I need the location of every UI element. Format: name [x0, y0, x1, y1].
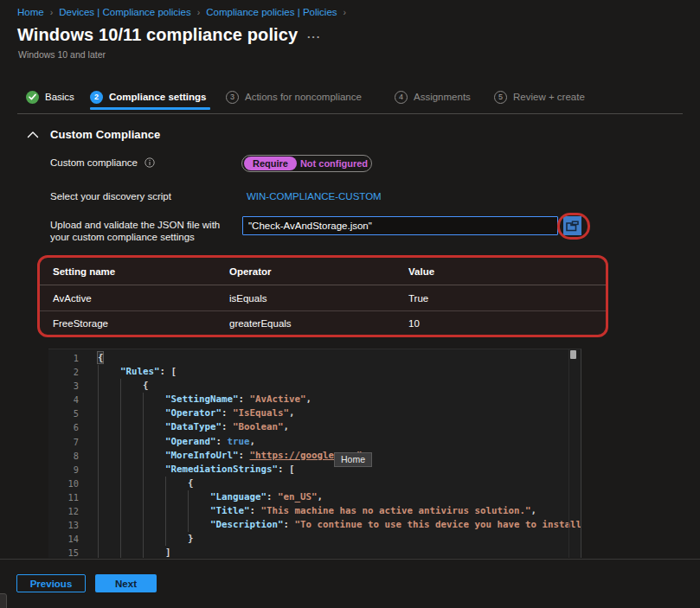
tabs-divider: [17, 113, 683, 114]
upload-json-input[interactable]: [242, 216, 558, 235]
code-line: 11 "Language": "en_US",: [48, 490, 581, 504]
next-button[interactable]: Next: [95, 574, 157, 592]
page-subtitle: Windows 10 and later: [18, 49, 106, 60]
column-operator: Operator: [229, 266, 408, 277]
column-setting-name: Setting name: [53, 266, 229, 277]
browse-file-button[interactable]: [563, 216, 581, 235]
code-line: 3 {: [48, 379, 581, 393]
breadcrumb-separator: ›: [197, 7, 201, 17]
breadcrumb-link-compliance-policies-policies[interactable]: Compliance policies | Policies: [206, 7, 337, 17]
section-custom-compliance-header[interactable]: Custom Compliance: [27, 128, 160, 141]
step-label: Basics: [45, 92, 74, 102]
custom-compliance-toggle[interactable]: Require Not configured: [241, 155, 372, 172]
step-basics[interactable]: Basics: [26, 87, 74, 106]
step-number: 4: [395, 91, 408, 104]
link-tooltip: Home: [334, 452, 372, 467]
discovery-script-link[interactable]: WIN-COMPLIANCE-CUSTOM: [247, 191, 382, 202]
minimap-divider: [568, 349, 569, 558]
toggle-option-require[interactable]: Require: [244, 157, 297, 170]
step-label: Review + create: [513, 92, 585, 102]
code-line: 14 }: [48, 532, 581, 546]
table-header-row: Setting name Operator Value: [40, 258, 606, 285]
code-line: 15 ]: [48, 546, 581, 558]
code-line: 8 "MoreInfoUrl": "https://google.com",: [48, 449, 581, 463]
page-title: Windows 10/11 compliance policy: [17, 25, 298, 45]
code-line: 7 "Operand": true,: [48, 435, 581, 449]
code-lines: 1{2 "Rules": [3 {4 "SettingName": "AvAct…: [48, 351, 581, 558]
code-line: 13 "Description": "To continue to use th…: [48, 518, 581, 532]
discovery-script-label: Select your discovery script: [50, 191, 171, 202]
step-compliance-settings[interactable]: 2 Compliance settings: [90, 87, 206, 106]
code-line: 5 "Operator": "IsEquals",: [48, 406, 581, 420]
active-step-underline: [90, 107, 210, 110]
table-row: FreeStorage greaterEquals 10: [40, 311, 606, 335]
step-number: 3: [226, 91, 239, 104]
folder-icon: [566, 221, 579, 232]
step-number: 2: [90, 91, 103, 104]
step-label: Assignments: [414, 92, 471, 102]
code-line: 9 "RemediationStrings": [: [48, 463, 581, 477]
step-number: 5: [494, 91, 507, 104]
breadcrumb-separator: ›: [50, 7, 54, 17]
code-line: 4 "SettingName": "AvActive",: [48, 393, 581, 406]
info-icon[interactable]: [144, 157, 155, 168]
compliance-settings-table: Setting name Operator Value AvActive isE…: [40, 258, 606, 335]
code-line: 12 "Title": "This machine has no active …: [48, 504, 581, 518]
step-review-create[interactable]: 5 Review + create: [494, 87, 585, 106]
code-line: 1{: [48, 351, 581, 365]
section-title: Custom Compliance: [50, 128, 160, 141]
code-line: 10 {: [48, 477, 581, 490]
step-label: Compliance settings: [109, 92, 206, 102]
step-actions-for-noncompliance[interactable]: 3 Actions for noncompliance: [226, 87, 362, 106]
breadcrumb: Home › Devices | Compliance policies › C…: [17, 7, 352, 17]
code-line: 6 "DataType": "Boolean",: [48, 420, 581, 434]
corner-notch: [0, 593, 7, 608]
minimap[interactable]: [570, 350, 576, 359]
more-menu-icon[interactable]: ···: [307, 30, 321, 43]
breadcrumb-link-home[interactable]: Home: [17, 7, 44, 17]
custom-compliance-label: Custom compliance: [50, 157, 138, 168]
code-line: 2 "Rules": [: [48, 365, 581, 379]
collapse-chevron-icon[interactable]: [27, 131, 39, 138]
table-row: AvActive isEquals True: [40, 285, 606, 311]
step-label: Actions for noncompliance: [245, 92, 362, 102]
step-assignments[interactable]: 4 Assignments: [395, 87, 471, 106]
footer-divider: [0, 559, 700, 560]
json-code-editor[interactable]: 1{2 "Rules": [3 {4 "SettingName": "AvAct…: [48, 349, 581, 558]
breadcrumb-separator: ›: [344, 7, 347, 17]
toggle-option-not-configured[interactable]: Not configured: [297, 157, 371, 170]
breadcrumb-link-devices-compliance-policies[interactable]: Devices | Compliance policies: [59, 7, 191, 17]
step-complete-check-icon: [26, 91, 39, 104]
previous-button[interactable]: Previous: [16, 574, 86, 592]
column-value: Value: [408, 266, 606, 277]
upload-json-label: Upload and validate the JSON file with y…: [50, 219, 220, 243]
